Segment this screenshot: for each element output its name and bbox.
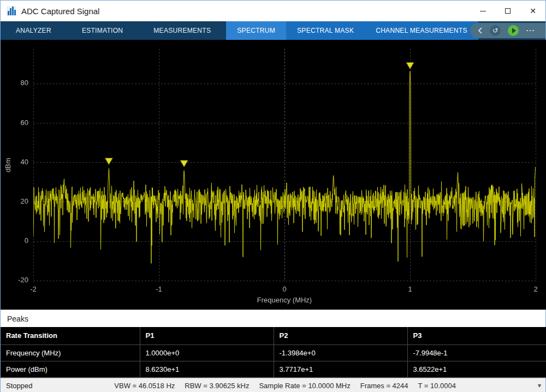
status-frames: Frames = 4244 — [360, 382, 408, 390]
minimize-icon — [480, 11, 486, 11]
step-back-icon: ↺ — [492, 27, 498, 34]
table-row: Frequency (MHz) 1.0000e+0 -1.3984e+0 -7.… — [1, 345, 546, 361]
step-back-button[interactable]: ↺ — [490, 25, 501, 36]
frequency-p3-value: -7.9948e-1 — [407, 345, 546, 361]
tab-spectral-mask[interactable]: SPECTRAL MASK — [286, 21, 365, 40]
column-header-p2: P2 — [274, 327, 407, 345]
ellipsis-icon: ⋯ — [526, 25, 535, 35]
peaks-panel-title: Peaks — [7, 314, 28, 323]
column-header-p3: P3 — [407, 327, 546, 345]
tab-estimation[interactable]: ESTIMATION — [67, 21, 138, 40]
dropdown-arrow-icon: ▾ — [538, 382, 541, 389]
status-metrics: VBW = 46.0518 Hz RBW = 3.90625 kHz Sampl… — [32, 382, 538, 390]
column-header-p1: P1 — [140, 327, 274, 345]
peaks-panel-header: Peaks — [1, 310, 545, 327]
title-bar: ADC Captured Signal ✕ — [1, 1, 545, 21]
table-header-row: Rate Transition P1 P2 P3 — [1, 327, 546, 345]
window-title: ADC Captured Signal — [21, 7, 99, 16]
run-button[interactable] — [508, 25, 519, 36]
app-window: ADC Captured Signal ✕ ANALYZER ESTIMATIO… — [0, 0, 546, 392]
status-state: Stopped — [6, 382, 32, 390]
maximize-button[interactable] — [495, 1, 520, 21]
close-icon: ✕ — [530, 7, 536, 15]
minimize-button[interactable] — [470, 1, 495, 21]
tab-spectrum[interactable]: SPECTRUM — [226, 21, 286, 40]
spectrum-plot-area — [1, 40, 545, 310]
tab-channel-measurements[interactable]: CHANNEL MEASUREMENTS — [365, 21, 478, 40]
main-tab-group: ANALYZER ESTIMATION MEASUREMENTS — [1, 21, 226, 40]
collapse-toolstrip-icon[interactable] — [478, 27, 483, 34]
power-p2-value: 3.7717e+1 — [274, 361, 407, 377]
table-row: Power (dBm) 8.6230e+1 3.7717e+1 3.6522e+… — [1, 361, 546, 377]
status-bar: Stopped VBW = 46.0518 Hz RBW = 3.90625 k… — [1, 378, 545, 392]
power-p1-value: 8.6230e+1 — [140, 361, 274, 377]
play-icon — [512, 28, 516, 33]
toolstrip: ANALYZER ESTIMATION MEASUREMENTS SPECTRU… — [1, 21, 545, 40]
close-button[interactable]: ✕ — [520, 1, 545, 21]
row-label-frequency: Frequency (MHz) — [1, 345, 140, 361]
frequency-p2-value: -1.3984e+0 — [274, 345, 407, 361]
window-controls: ✕ — [470, 1, 545, 21]
maximize-icon — [505, 8, 511, 14]
peaks-table: Rate Transition P1 P2 P3 Frequency (MHz)… — [1, 327, 546, 378]
status-time: T = 10.0004 — [418, 382, 456, 390]
tab-measurements[interactable]: MEASUREMENTS — [138, 21, 226, 40]
status-vbw: VBW = 46.0518 Hz — [114, 382, 175, 390]
tab-analyzer[interactable]: ANALYZER — [1, 21, 67, 40]
app-spectrum-icon — [6, 5, 17, 16]
status-dropdown-button[interactable]: ▾ — [538, 382, 541, 389]
status-sample-rate: Sample Rate = 10.0000 MHz — [259, 382, 350, 390]
column-header-source: Rate Transition — [1, 327, 140, 345]
power-p3-value: 3.6522e+1 — [407, 361, 546, 377]
row-label-power: Power (dBm) — [1, 361, 140, 377]
spectrum-canvas[interactable] — [1, 40, 546, 310]
frequency-p1-value: 1.0000e+0 — [140, 345, 274, 361]
status-rbw: RBW = 3.90625 kHz — [185, 382, 249, 390]
quick-access-toolbar: ↺ ⋯ — [470, 23, 545, 38]
contextual-tab-group: SPECTRUM SPECTRAL MASK CHANNEL MEASUREME… — [226, 21, 478, 40]
more-options-button[interactable]: ⋯ — [526, 26, 535, 35]
